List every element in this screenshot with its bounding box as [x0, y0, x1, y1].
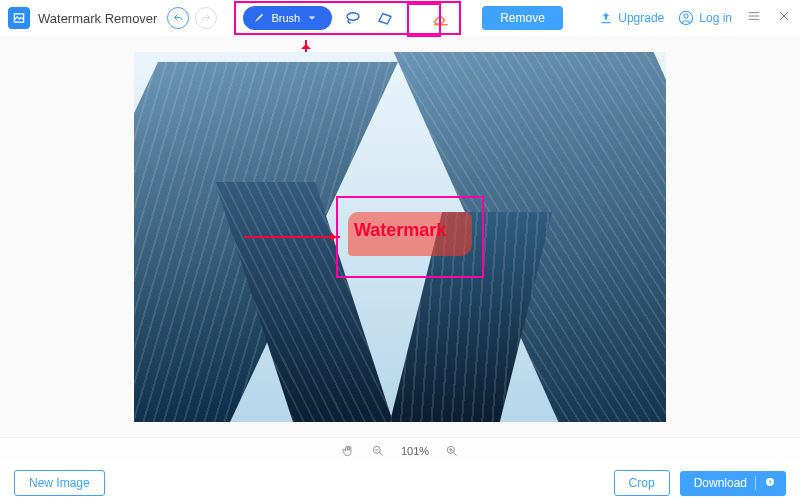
new-image-button[interactable]: New Image	[14, 470, 105, 496]
svg-point-0	[347, 13, 359, 21]
upgrade-link[interactable]: Upgrade	[599, 11, 664, 25]
lasso-icon	[344, 9, 362, 27]
clock-icon	[764, 476, 776, 488]
close-window-button[interactable]	[776, 8, 792, 28]
crop-button[interactable]: Crop	[614, 470, 670, 496]
upgrade-label: Upgrade	[618, 11, 664, 25]
download-label: Download	[694, 476, 747, 490]
annotation-watermark-box	[336, 196, 484, 278]
upload-icon	[599, 11, 613, 25]
app-logo	[8, 7, 30, 29]
annotation-arrow-to-watermark	[244, 236, 340, 238]
undo-button[interactable]	[167, 7, 189, 29]
remove-button[interactable]: Remove	[482, 6, 563, 30]
chevron-down-icon	[306, 12, 318, 24]
polygon-tool-button[interactable]	[374, 7, 396, 29]
hand-icon	[341, 444, 355, 458]
download-split-divider	[755, 476, 756, 490]
polygon-icon	[376, 9, 394, 27]
download-button[interactable]: Download	[680, 471, 786, 496]
eraser-tool-button[interactable]	[430, 7, 452, 29]
zoom-out-button[interactable]	[371, 444, 385, 458]
brush-tool-button[interactable]: Brush	[243, 6, 332, 30]
zoom-in-icon	[445, 444, 459, 458]
brush-label: Brush	[271, 12, 300, 24]
login-label: Log in	[699, 11, 732, 25]
zoom-in-button[interactable]	[445, 444, 459, 458]
menu-button[interactable]	[746, 8, 762, 28]
eraser-icon	[432, 9, 450, 27]
zoom-value: 101%	[401, 445, 429, 457]
zoom-out-icon	[371, 444, 385, 458]
redo-button[interactable]	[195, 7, 217, 29]
pan-hand-button[interactable]	[341, 444, 355, 458]
svg-point-2	[684, 14, 688, 18]
brush-icon	[253, 12, 265, 24]
close-icon	[776, 8, 792, 24]
lasso-tool-button[interactable]	[342, 7, 364, 29]
image-canvas[interactable]: Watermark	[134, 52, 666, 422]
app-title: Watermark Remover	[38, 11, 157, 26]
zoom-bar: 101%	[0, 437, 800, 463]
user-icon	[678, 10, 694, 26]
login-link[interactable]: Log in	[678, 10, 732, 26]
download-dropdown-toggle[interactable]	[764, 476, 776, 491]
hamburger-icon	[746, 8, 762, 24]
